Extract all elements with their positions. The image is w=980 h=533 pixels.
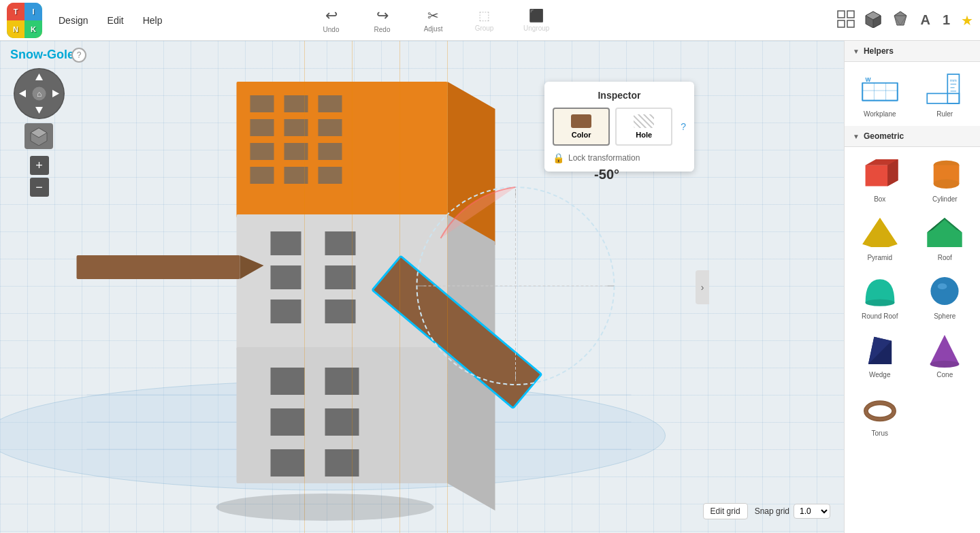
box-item[interactable]: Box xyxy=(850,152,910,206)
group-label: Group xyxy=(475,25,494,32)
snap-grid-select[interactable]: 1.0 0.5 0.25 2.0 xyxy=(794,504,830,519)
canvas-help-button[interactable]: ? xyxy=(71,48,86,63)
snap-grid-row: Snap grid 1.0 0.5 0.25 2.0 xyxy=(755,504,830,519)
undo-label: Undo xyxy=(323,26,340,33)
logo[interactable]: T I N K xyxy=(7,3,42,38)
nav-pan-control[interactable]: ⌂ xyxy=(14,68,65,119)
torus-label: Torus xyxy=(872,430,888,437)
svg-text:W: W xyxy=(865,76,871,83)
geometric-arrow: ▼ xyxy=(853,133,860,140)
geometric-label: Geometric xyxy=(864,131,904,141)
toolbar-center: ↩ Undo ↪ Redo ✂ Adjust ⬚ Group ⬛ Ungroup xyxy=(312,4,556,36)
svg-rect-37 xyxy=(325,300,356,323)
zoom-in-button[interactable]: + xyxy=(30,156,49,175)
group-button[interactable]: ⬚ Group xyxy=(466,5,503,35)
star-icon[interactable]: ★ xyxy=(961,12,973,29)
topbar: T I N K Design Edit Help ↩ Undo ↪ Redo ✂… xyxy=(0,0,980,41)
number-one-button[interactable]: 1 xyxy=(941,12,951,28)
cylinder-item[interactable]: Cylinder xyxy=(915,152,975,206)
inspector-panel: Inspector Color Hole ? 🔒 Lock transforma… xyxy=(544,82,694,172)
round-roof-item[interactable]: Round Roof xyxy=(850,270,910,323)
lock-icon: 🔒 xyxy=(553,152,564,163)
svg-point-96 xyxy=(865,300,894,306)
zoom-controls: + − xyxy=(14,155,65,198)
cone-item[interactable]: Cone xyxy=(915,328,975,381)
zoom-out-button[interactable]: − xyxy=(30,178,49,197)
svg-rect-44 xyxy=(271,449,305,477)
nav-view-cube[interactable] xyxy=(24,123,53,149)
svg-point-103 xyxy=(930,361,960,368)
torus-item[interactable]: Torus xyxy=(850,387,910,440)
3d-cube-icon[interactable] xyxy=(864,10,882,31)
toolbar-right: A 1 ★ xyxy=(837,10,973,31)
svg-rect-34 xyxy=(271,265,301,289)
gem-icon[interactable] xyxy=(892,10,909,31)
edit-grid-button[interactable]: Edit grid xyxy=(703,503,748,519)
svg-text:mm: mm xyxy=(950,78,957,82)
sphere-item[interactable]: Sphere xyxy=(915,270,975,323)
hole-button[interactable]: Hole xyxy=(615,108,672,146)
rotation-value: -50° xyxy=(594,167,619,182)
logo-tl: T xyxy=(7,3,24,20)
svg-rect-71 xyxy=(862,83,897,101)
svg-rect-24 xyxy=(250,143,274,160)
svg-rect-85 xyxy=(865,165,887,187)
ruler-item[interactable]: mm Ruler xyxy=(915,67,975,120)
svg-rect-2 xyxy=(838,20,845,27)
undo-button[interactable]: ↩ Undo xyxy=(312,4,350,36)
svg-point-97 xyxy=(931,277,959,305)
hole-pattern xyxy=(634,114,654,128)
svg-marker-102 xyxy=(930,335,960,364)
helpers-section-header[interactable]: ▼ Helpers xyxy=(845,41,980,62)
bottom-controls: Edit grid Snap grid 1.0 0.5 0.25 2.0 xyxy=(703,503,830,519)
ungroup-button[interactable]: ⬛ Ungroup xyxy=(517,5,556,35)
menu-edit[interactable]: Edit xyxy=(98,10,133,31)
svg-rect-32 xyxy=(271,231,301,255)
logo-br: K xyxy=(24,20,42,38)
grid-view-icon[interactable] xyxy=(837,10,855,31)
svg-rect-45 xyxy=(325,449,359,477)
nav-controls: ⌂ + − xyxy=(14,68,65,198)
redo-label: Redo xyxy=(374,26,391,33)
adjust-button[interactable]: ✂ Adjust xyxy=(414,5,452,35)
cone-label: Cone xyxy=(936,371,953,378)
svg-rect-33 xyxy=(325,231,356,255)
menu-design[interactable]: Design xyxy=(49,10,98,31)
svg-marker-92 xyxy=(862,218,897,247)
pyramid-item[interactable]: Pyramid xyxy=(850,211,910,264)
svg-rect-26 xyxy=(318,143,342,160)
canvas-scene xyxy=(0,41,844,533)
ungroup-label: Ungroup xyxy=(523,25,549,32)
svg-rect-41 xyxy=(325,368,359,395)
main: -50° Snow-Golem ? ⌂ xyxy=(0,41,980,533)
color-label: Color xyxy=(572,131,591,139)
geometric-grid: Box Cylinder Pyramid xyxy=(845,147,980,445)
color-button[interactable]: Color xyxy=(553,108,610,146)
svg-rect-80 xyxy=(928,93,960,103)
canvas[interactable]: -50° Snow-Golem ? ⌂ xyxy=(0,41,844,533)
workplane-item[interactable]: W Workplane xyxy=(850,67,910,120)
geometric-section-header[interactable]: ▼ Geometric xyxy=(845,126,980,147)
color-swatch xyxy=(571,114,591,128)
workplane-label: Workplane xyxy=(864,110,896,118)
svg-rect-47 xyxy=(77,255,240,279)
svg-text:⌂: ⌂ xyxy=(37,89,42,99)
wedge-item[interactable]: Wedge xyxy=(850,328,910,381)
text-a-button[interactable]: A xyxy=(919,12,931,28)
svg-rect-23 xyxy=(318,119,342,136)
inspector-buttons: Color Hole ? xyxy=(553,108,686,146)
collapse-sidebar-button[interactable]: › xyxy=(696,270,709,304)
svg-marker-93 xyxy=(928,218,962,247)
ungroup-icon: ⬛ xyxy=(529,8,544,23)
hole-label: Hole xyxy=(636,131,652,139)
menu-help[interactable]: Help xyxy=(133,10,172,31)
roof-label: Roof xyxy=(938,254,952,261)
inspector-help-button[interactable]: ? xyxy=(681,121,686,132)
roof-item[interactable]: Roof xyxy=(915,211,975,264)
svg-rect-18 xyxy=(250,95,274,112)
svg-rect-43 xyxy=(325,408,359,436)
svg-rect-35 xyxy=(325,265,356,289)
svg-rect-29 xyxy=(318,167,342,184)
helpers-grid: W Workplane mm Ruler xyxy=(845,62,980,126)
redo-button[interactable]: ↪ Redo xyxy=(363,4,401,36)
